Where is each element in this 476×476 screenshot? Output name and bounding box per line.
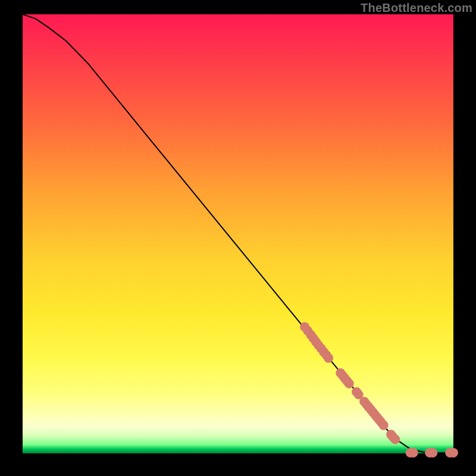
data-point — [449, 448, 458, 458]
chart-frame: TheBottleneck.com — [0, 0, 476, 476]
data-point — [379, 421, 389, 430]
data-point — [345, 379, 354, 389]
bottleneck-curve-path — [23, 14, 453, 453]
bottleneck-curve — [23, 14, 453, 453]
chart-svg-layer — [23, 14, 453, 453]
data-point — [428, 448, 437, 458]
data-point — [324, 353, 333, 363]
data-point — [409, 448, 418, 458]
watermark-label: TheBottleneck.com — [361, 1, 472, 15]
data-point — [390, 434, 400, 444]
data-point-markers — [300, 322, 458, 457]
